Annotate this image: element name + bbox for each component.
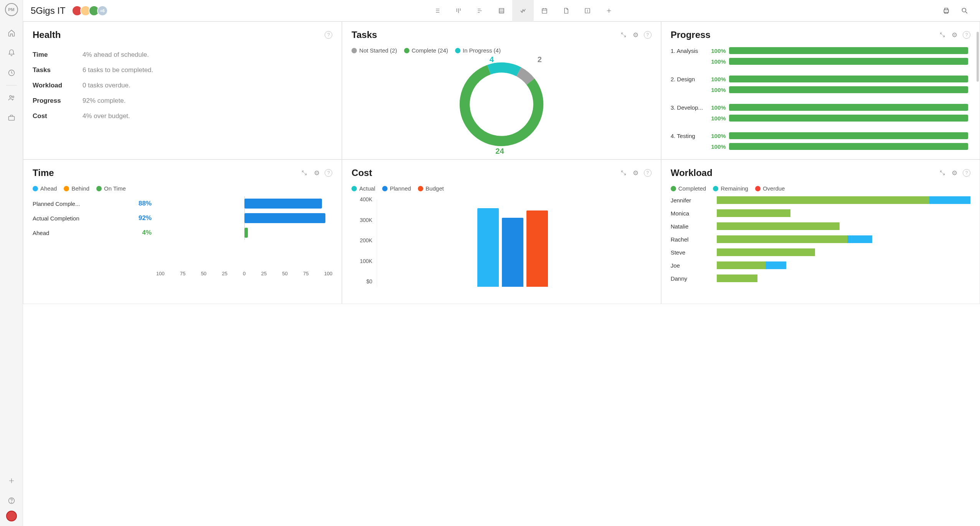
recent-icon[interactable]	[4, 65, 19, 81]
dashboard-view-icon[interactable]	[512, 0, 534, 21]
health-value: 6 tasks to be completed.	[82, 66, 153, 74]
svg-rect-10	[944, 10, 949, 12]
svg-rect-6	[499, 8, 504, 13]
print-icon[interactable]	[939, 3, 954, 18]
health-label: Progress	[33, 97, 82, 105]
legend-item: Complete (24)	[404, 47, 448, 54]
gear-icon[interactable]	[632, 31, 640, 39]
list-view-icon[interactable]	[426, 0, 448, 21]
app-logo[interactable]: PM	[5, 3, 18, 16]
workload-name: Danny	[671, 275, 717, 282]
donut-label-notstarted: 2	[538, 55, 542, 64]
legend-label: Actual	[359, 185, 375, 192]
progress-pct: 100%	[708, 48, 726, 54]
sidebar: PM	[0, 0, 23, 526]
more-avatars-badge[interactable]: +6	[97, 5, 108, 16]
gear-icon[interactable]	[950, 31, 959, 39]
legend-dot	[713, 186, 718, 191]
health-value: 4% over budget.	[82, 112, 130, 120]
workload-row: Rachel	[671, 235, 970, 243]
cost-plot	[377, 199, 648, 287]
expand-icon[interactable]	[619, 169, 628, 177]
files-view-icon[interactable]	[555, 0, 577, 21]
legend-item: On Time	[96, 185, 126, 192]
legend-dot	[33, 186, 38, 191]
svg-rect-7	[542, 8, 547, 13]
workload-legend: CompletedRemainingOverdue	[671, 185, 970, 192]
progress-row: 100%	[671, 58, 968, 65]
progress-pct: 100%	[708, 58, 726, 65]
gear-icon[interactable]	[950, 169, 959, 177]
risk-view-icon[interactable]	[577, 0, 598, 21]
team-icon[interactable]	[4, 90, 19, 105]
health-row: Tasks6 tasks to be completed.	[33, 62, 332, 78]
expand-icon[interactable]	[300, 169, 309, 177]
tasks-legend: Not Started (2)Complete (24)In Progress …	[351, 47, 651, 54]
legend-item: Remaining	[713, 185, 748, 192]
cost-bar	[502, 218, 523, 287]
gear-icon[interactable]	[632, 169, 640, 177]
home-icon[interactable]	[4, 25, 19, 41]
cost-bar	[526, 210, 548, 287]
legend-item: Ahead	[33, 185, 57, 192]
svg-point-11	[962, 8, 966, 12]
board-view-icon[interactable]	[448, 0, 469, 21]
donut-label-inprogress: 4	[490, 55, 494, 64]
progress-pct: 100%	[708, 115, 726, 122]
legend-dot	[404, 48, 409, 53]
y-tick: $0	[351, 278, 372, 284]
scrollbar[interactable]	[977, 32, 979, 82]
time-bar	[244, 199, 322, 209]
progress-row: 1. Analysis100%	[671, 47, 968, 54]
workload-seg-completed	[717, 196, 930, 204]
help-icon[interactable]: ?	[644, 169, 652, 177]
progress-row: 100%	[671, 115, 968, 122]
progress-bar	[729, 47, 968, 54]
axis-tick: 100	[324, 271, 333, 276]
avatar-stack[interactable]: +6	[72, 5, 108, 16]
gantt-view-icon[interactable]	[469, 0, 491, 21]
add-icon[interactable]	[4, 473, 19, 488]
search-icon[interactable]	[957, 3, 972, 18]
expand-icon[interactable]	[938, 169, 947, 177]
workload-row: Steve	[671, 248, 970, 256]
add-view-icon[interactable]	[598, 0, 620, 21]
briefcase-icon[interactable]	[4, 110, 19, 125]
expand-icon[interactable]	[938, 31, 947, 39]
calendar-view-icon[interactable]	[534, 0, 555, 21]
time-row: Planned Comple...88%	[33, 196, 332, 211]
legend-dot	[96, 186, 102, 191]
legend-label: Complete (24)	[412, 47, 448, 54]
help-icon[interactable]: ?	[644, 31, 652, 39]
workload-seg-remaining	[848, 235, 872, 243]
health-value: 0 tasks overdue.	[82, 82, 130, 89]
time-pct: 88%	[132, 200, 152, 207]
workload-row: Joe	[671, 261, 970, 269]
cost-legend: ActualPlannedBudget	[351, 185, 651, 192]
workload-seg-completed	[717, 275, 758, 282]
progress-title: Progress	[671, 30, 711, 40]
workload-bar	[717, 222, 970, 230]
legend-label: Not Started (2)	[359, 47, 397, 54]
legend-dot	[455, 48, 460, 53]
help-icon[interactable]: ?	[963, 169, 970, 177]
legend-label: In Progress (4)	[463, 47, 501, 54]
notifications-icon[interactable]	[4, 45, 19, 61]
sheet-view-icon[interactable]	[491, 0, 512, 21]
progress-row: 100%	[671, 86, 968, 93]
dashboard-content: Health ? Time4% ahead of schedule.Tasks6…	[23, 21, 980, 526]
expand-icon[interactable]	[619, 31, 628, 39]
gear-icon[interactable]	[312, 169, 321, 177]
time-bar-wrap	[156, 228, 332, 238]
help-icon[interactable]: ?	[325, 31, 332, 39]
workload-name: Jennifer	[671, 197, 717, 204]
help-icon[interactable]: ?	[325, 169, 332, 177]
workload-card: Workload ? CompletedRemainingOverdue Jen…	[661, 159, 980, 304]
axis-tick: 75	[180, 271, 185, 276]
help-icon[interactable]: ?	[963, 31, 970, 39]
health-value: 4% ahead of schedule.	[82, 51, 149, 59]
progress-group: 3. Develop...100%100%	[671, 104, 968, 122]
help-icon[interactable]	[4, 493, 19, 508]
cost-card: Cost ? ActualPlannedBudget 400K300K200K1…	[342, 159, 661, 304]
user-avatar[interactable]	[6, 511, 17, 521]
